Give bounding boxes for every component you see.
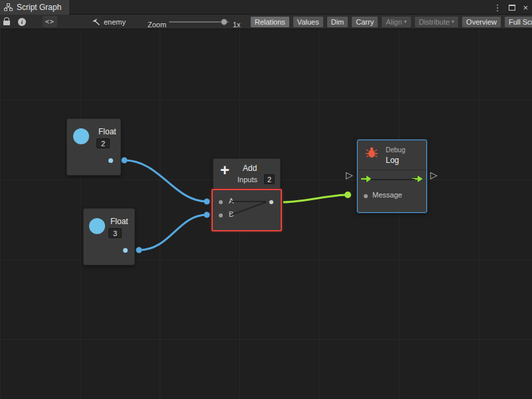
wire-endpoint <box>122 158 128 164</box>
graph-toolbar: i <> enemy Zoom 1x Relations Values Dim <box>0 15 532 29</box>
node-debug-log[interactable]: Debug Log Message <box>357 140 427 213</box>
float-value-input[interactable] <box>108 228 122 238</box>
title-bar: Script Graph ⋮ × <box>0 0 532 15</box>
info-icon: i <box>18 18 26 26</box>
maximize-icon[interactable] <box>509 5 515 11</box>
script-graph-icon <box>4 3 13 11</box>
wire-endpoint <box>204 212 210 218</box>
zoom-slider-handle[interactable] <box>221 19 227 25</box>
node-title: Add <box>243 164 257 173</box>
dim-label: Dim <box>331 18 344 26</box>
inputs-count-input[interactable] <box>264 174 275 184</box>
graph-name: enemy <box>104 18 126 26</box>
values-label: Values <box>297 18 319 26</box>
toolbar-buttons: Relations Values Dim Carry Align ▾ Distr… <box>250 15 532 29</box>
node-title: Log <box>386 156 399 165</box>
bug-icon <box>365 146 378 158</box>
inputs-label: Inputs <box>237 176 257 184</box>
chevron-down-icon: ▾ <box>404 19 407 25</box>
graph-canvas[interactable]: Float Float + Add Inputs A B <box>0 29 532 399</box>
chevron-down-icon: ▾ <box>452 19 454 25</box>
plus-icon: + <box>220 162 229 178</box>
wire-endpoint <box>136 247 142 253</box>
message-label: Message <box>372 191 402 199</box>
lock-button[interactable] <box>3 15 10 29</box>
align-button[interactable]: Align ▾ <box>381 16 411 28</box>
overview-label: Overview <box>466 18 497 26</box>
full-screen-label: Full Screen <box>509 18 532 26</box>
wire-endpoint <box>344 192 351 198</box>
node-category: Debug <box>386 146 405 154</box>
float-value-input[interactable] <box>96 138 110 148</box>
overview-button[interactable]: Overview <box>462 16 501 28</box>
align-label: Align <box>386 18 402 26</box>
float-output-port[interactable] <box>123 248 128 253</box>
port-b-label: B <box>229 210 233 218</box>
values-button[interactable]: Values <box>293 16 324 28</box>
carry-label: Carry <box>356 18 374 26</box>
graph-pointer-icon <box>92 18 100 26</box>
tab-title: Script Graph <box>17 3 61 12</box>
relations-label: Relations <box>255 18 285 26</box>
full-screen-button[interactable]: Full Screen <box>504 16 532 28</box>
node-float-2[interactable]: Float <box>83 208 135 265</box>
float-output-port[interactable] <box>108 158 113 163</box>
flow-in-port-icon[interactable] <box>361 175 372 183</box>
input-port-a[interactable] <box>219 200 223 204</box>
float-icon <box>73 128 89 144</box>
flow-out-arrow[interactable]: ▷ <box>430 170 438 180</box>
node-add-body[interactable]: A B <box>211 189 282 231</box>
graph-breadcrumb[interactable]: enemy <box>92 15 126 29</box>
carry-button[interactable]: Carry <box>351 16 378 28</box>
script-graph-tab[interactable]: Script Graph <box>0 0 69 15</box>
menu-icon[interactable]: ⋮ <box>493 3 501 13</box>
wire-float2-to-b <box>139 215 207 250</box>
flow-out-port-icon[interactable] <box>412 175 423 183</box>
script-graph-window: Script Graph ⋮ × i <> enemy Zoom 1 <box>0 0 532 399</box>
dim-button[interactable]: Dim <box>327 16 349 28</box>
result-port[interactable] <box>269 200 273 204</box>
code-icon: <> <box>45 18 55 25</box>
info-button[interactable]: i <box>18 15 26 29</box>
message-input-port[interactable] <box>364 194 368 198</box>
lock-icon <box>3 21 10 25</box>
input-port-b[interactable] <box>219 213 223 217</box>
flow-in-arrow[interactable]: ▷ <box>346 170 353 180</box>
distribute-button[interactable]: Distribute ▾ <box>414 16 459 28</box>
distribute-label: Distribute <box>419 18 450 26</box>
wire-add-to-message <box>283 195 347 202</box>
node-title: Float <box>110 217 128 226</box>
port-a-label: A <box>229 197 233 205</box>
node-title: Float <box>98 127 116 136</box>
close-icon[interactable]: × <box>523 3 528 13</box>
window-controls: ⋮ × <box>493 0 528 15</box>
relations-button[interactable]: Relations <box>250 16 290 28</box>
wire-endpoint <box>204 199 210 205</box>
wire-float1-to-a <box>124 160 207 201</box>
zoom-slider[interactable] <box>169 21 229 23</box>
float-icon <box>89 218 105 234</box>
node-separator <box>358 170 426 170</box>
node-add-header[interactable]: + Add Inputs <box>213 158 281 189</box>
node-float-1[interactable]: Float <box>66 118 121 176</box>
edit-script-button[interactable]: <> <box>43 16 57 27</box>
